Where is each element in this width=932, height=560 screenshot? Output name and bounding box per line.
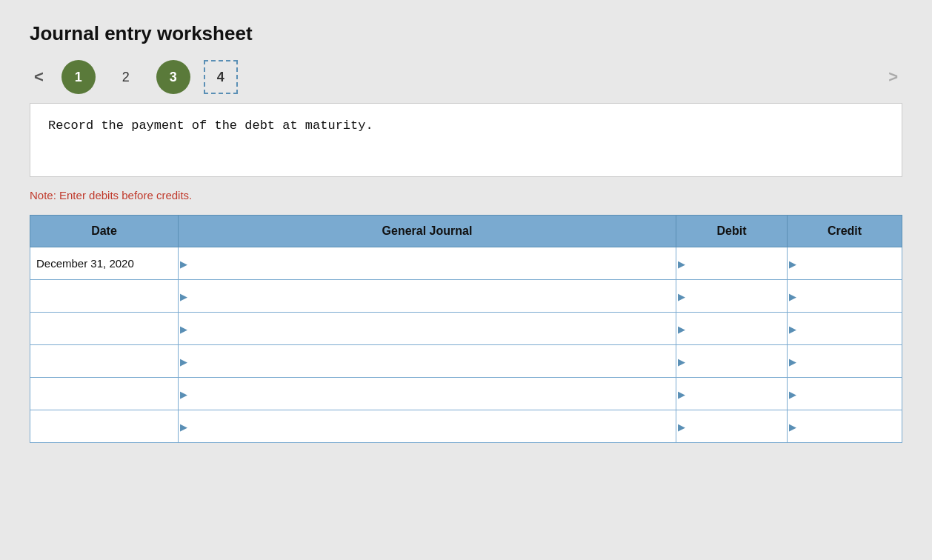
cell-arrow-icon: ▶ xyxy=(789,323,796,334)
date-cell-3[interactable] xyxy=(30,345,179,378)
date-cell-0[interactable]: December 31, 2020 xyxy=(30,247,179,280)
journal-cell-2[interactable]: ▶ xyxy=(179,313,676,345)
journal-input-0[interactable] xyxy=(184,247,670,279)
navigation-row: < 1 2 3 4 > xyxy=(30,60,902,94)
debit-input-5[interactable] xyxy=(682,410,781,442)
col-header-date: Date xyxy=(30,216,179,247)
table-row: ▶▶▶ xyxy=(30,345,902,378)
cell-arrow-icon: ▶ xyxy=(180,421,187,432)
cell-arrow-icon: ▶ xyxy=(180,290,187,301)
debit-input-3[interactable] xyxy=(682,345,781,377)
prev-arrow[interactable]: < xyxy=(30,66,48,88)
credit-input-3[interactable] xyxy=(793,345,896,377)
cell-arrow-icon: ▶ xyxy=(180,258,187,269)
date-input-1[interactable] xyxy=(36,280,172,312)
credit-input-0[interactable] xyxy=(793,247,896,279)
debit-input-2[interactable] xyxy=(682,313,781,344)
journal-input-1[interactable] xyxy=(184,280,670,312)
cell-arrow-icon: ▶ xyxy=(180,356,187,367)
date-input-5[interactable] xyxy=(36,410,172,442)
debit-input-0[interactable] xyxy=(682,247,781,279)
debit-input-4[interactable] xyxy=(682,378,781,410)
credit-input-2[interactable] xyxy=(793,313,896,344)
nav-btn-2[interactable]: 2 xyxy=(109,60,143,94)
credit-cell-4[interactable]: ▶ xyxy=(788,378,902,410)
date-cell-1[interactable] xyxy=(30,280,179,313)
nav-btn-3[interactable]: 3 xyxy=(156,60,190,94)
cell-arrow-icon: ▶ xyxy=(678,323,685,334)
table-row: ▶▶▶ xyxy=(30,410,902,443)
debit-cell-0[interactable]: ▶ xyxy=(676,247,788,280)
date-input-4[interactable] xyxy=(36,378,172,410)
cell-arrow-icon: ▶ xyxy=(678,356,685,367)
credit-cell-2[interactable]: ▶ xyxy=(788,313,902,345)
credit-cell-3[interactable]: ▶ xyxy=(788,345,902,378)
debit-input-1[interactable] xyxy=(682,280,781,312)
journal-input-2[interactable] xyxy=(184,313,670,344)
credit-cell-0[interactable]: ▶ xyxy=(788,247,902,280)
date-cell-4[interactable] xyxy=(30,378,179,410)
journal-table: Date General Journal Debit Credit Decemb… xyxy=(30,215,902,443)
journal-input-4[interactable] xyxy=(184,378,670,410)
cell-arrow-icon: ▶ xyxy=(678,290,685,301)
cell-arrow-icon: ▶ xyxy=(180,323,187,334)
col-header-credit: Credit xyxy=(788,216,902,247)
journal-cell-4[interactable]: ▶ xyxy=(179,378,676,410)
note-text: Note: Enter debits before credits. xyxy=(30,189,902,201)
cell-arrow-icon: ▶ xyxy=(789,258,796,269)
journal-input-5[interactable] xyxy=(184,410,670,442)
table-row: ▶▶▶ xyxy=(30,378,902,410)
date-input-2[interactable] xyxy=(36,313,172,344)
cell-arrow-icon: ▶ xyxy=(678,388,685,399)
nav-btn-4[interactable]: 4 xyxy=(204,60,238,94)
nav-btn-1[interactable]: 1 xyxy=(61,60,96,94)
date-cell-5[interactable] xyxy=(30,410,179,443)
credit-input-5[interactable] xyxy=(793,410,896,442)
table-row: December 31, 2020▶▶▶ xyxy=(30,247,902,280)
journal-cell-5[interactable]: ▶ xyxy=(179,410,676,443)
credit-cell-1[interactable]: ▶ xyxy=(788,280,902,313)
col-header-debit: Debit xyxy=(676,216,788,247)
cell-arrow-icon: ▶ xyxy=(678,421,685,432)
journal-cell-1[interactable]: ▶ xyxy=(179,280,676,313)
table-row: ▶▶▶ xyxy=(30,313,902,345)
credit-input-1[interactable] xyxy=(793,280,896,312)
col-header-journal: General Journal xyxy=(179,216,676,247)
date-cell-2[interactable] xyxy=(30,313,179,345)
description-text: Record the payment of the debt at maturi… xyxy=(48,119,373,133)
debit-cell-5[interactable]: ▶ xyxy=(676,410,788,443)
cell-arrow-icon: ▶ xyxy=(789,388,796,399)
journal-input-3[interactable] xyxy=(184,345,670,377)
journal-cell-3[interactable]: ▶ xyxy=(179,345,676,378)
cell-arrow-icon: ▶ xyxy=(789,421,796,432)
debit-cell-1[interactable]: ▶ xyxy=(676,280,788,313)
credit-cell-5[interactable]: ▶ xyxy=(788,410,902,443)
page-title: Journal entry worksheet xyxy=(30,22,902,45)
cell-arrow-icon: ▶ xyxy=(678,258,685,269)
cell-arrow-icon: ▶ xyxy=(180,388,187,399)
debit-cell-2[interactable]: ▶ xyxy=(676,313,788,345)
next-arrow[interactable]: > xyxy=(884,66,902,88)
debit-cell-3[interactable]: ▶ xyxy=(676,345,788,378)
credit-input-4[interactable] xyxy=(793,378,896,410)
table-row: ▶▶▶ xyxy=(30,280,902,313)
journal-cell-0[interactable]: ▶ xyxy=(179,247,676,280)
debit-cell-4[interactable]: ▶ xyxy=(676,378,788,410)
date-input-3[interactable] xyxy=(36,345,172,377)
cell-arrow-icon: ▶ xyxy=(789,356,796,367)
description-box: Record the payment of the debt at maturi… xyxy=(30,103,902,177)
cell-arrow-icon: ▶ xyxy=(789,290,796,301)
